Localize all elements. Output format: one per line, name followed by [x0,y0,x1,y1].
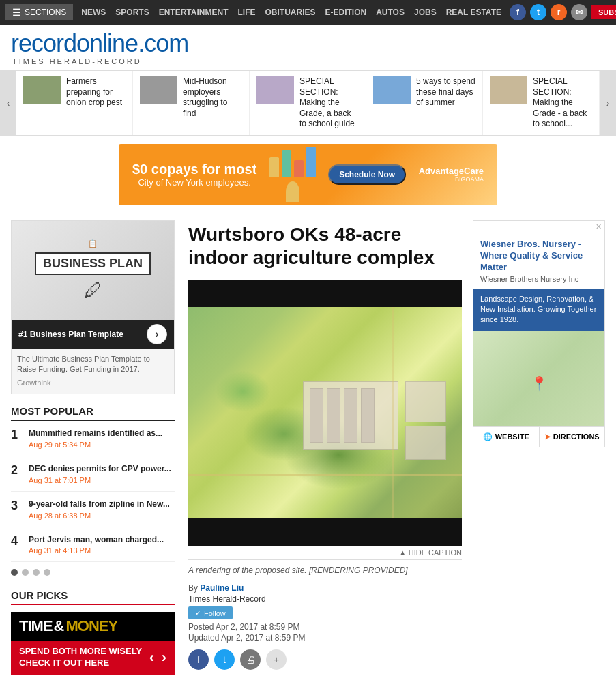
right-ad-map: 📍 [473,331,604,426]
nav-jobs[interactable]: JOBS [414,8,437,17]
popular-item-1[interactable]: 2 DEC denies permits for CPV power... Au… [11,463,175,492]
ad-cta-button[interactable]: Schedule Now [328,164,406,185]
strip-prev-arrow[interactable]: ‹ [0,71,16,135]
strip-text-2: SPECIAL SECTION: Making the Grade, a bac… [299,76,359,130]
dot-1[interactable] [11,569,18,576]
ad-text-block: $0 copays for most City of New York empl… [132,162,256,188]
strip-text-1: Mid-Hudson employers struggling to find [183,76,242,119]
popular-date-2: Aug 28 at 6:38 PM [29,512,170,520]
picks-promo-arrow-left[interactable]: ‹ [149,649,154,666]
left-sidebar: 📋 BUSINESS PLAN 🖊 #1 Business Plan Templ… [11,220,188,676]
map-pin-icon: 📍 [531,375,548,392]
ad-logo-sub: BIGOAMA [419,176,484,183]
strip-item-4[interactable]: SPECIAL SECTION: Making the Grade - a ba… [483,71,600,135]
website-button[interactable]: 🌐 WEBSITE [473,427,540,447]
site-header: recordonline.com Times Herald-Record [0,25,616,71]
nav-real-estate[interactable]: REAL ESTATE [446,8,501,17]
dot-4[interactable] [44,569,50,576]
site-logo[interactable]: recordonline.com [11,31,605,56]
image-bottom-bar [188,518,462,546]
ad-inner[interactable]: $0 copays for most City of New York empl… [119,144,497,205]
sidebar-ad-box[interactable]: 📋 BUSINESS PLAN 🖊 #1 Business Plan Templ… [11,220,175,394]
share-print-button[interactable]: 🖨 [240,649,261,670]
facebook-icon[interactable]: f [510,4,526,20]
article-title: Wurtsboro OKs 48-acre indoor agriculture… [188,220,462,269]
popular-title-3: Port Jervis man, woman charged... [29,534,164,546]
nav-news[interactable]: NEWS [81,8,106,17]
dot-2[interactable] [22,569,29,576]
popular-list: 1 Mummified remains identified as... Aug… [11,428,175,562]
directions-button[interactable]: ➤ DIRECTIONS [540,427,605,447]
nav-right: f t r ✉ SUBSCRIBE 🔍 MIDDLETOWN 56° [510,4,616,20]
ad-amount: $0 copays for most [132,162,256,177]
sections-button[interactable]: ☰ SECTIONS [5,4,73,20]
share-facebook-button[interactable]: f [188,649,209,670]
popular-content-3: Port Jervis man, woman charged... Aug 31… [29,534,164,555]
right-ad-title: Wiesner Bros. Nursery - Where Quality & … [480,239,598,274]
sidebar-ad-body: The Ultimate Business Plan Template to R… [12,349,174,394]
picks-promo-arrow-right[interactable]: › [162,649,166,666]
time-logo: TIME [19,617,53,635]
popular-num-3: 4 [11,534,23,555]
email-icon[interactable]: ✉ [571,4,587,20]
website-icon: 🌐 [483,432,493,441]
nav-e-edition[interactable]: E-EDITION [325,8,366,17]
ad-logo: AdvantageCare BIGOAMA [419,166,484,183]
popular-date-1: Aug 31 at 7:01 PM [29,476,171,484]
strip-items: Farmers preparing for onion crop pest Mi… [16,71,600,135]
hamburger-icon: ☰ [12,7,21,18]
money-logo: MONEY [65,617,117,635]
strip-text-3: 5 ways to spend these final days of summ… [416,76,475,108]
ad-close-icon[interactable]: ✕ [596,222,602,231]
by-label: By Pauline Liu [188,583,305,593]
nav-autos[interactable]: AUTOS [376,8,405,17]
popular-item-0[interactable]: 1 Mummified remains identified as... Aug… [11,428,175,456]
share-more-button[interactable]: + [266,649,287,670]
article-image-container: ▲ HIDE CAPTION A rendering of the propos… [188,280,462,575]
main-wrapper: $0 copays for most City of New York empl… [0,136,616,676]
author-name[interactable]: Pauline Liu [200,583,244,593]
strip-item-2[interactable]: SPECIAL SECTION: Making the Grade, a bac… [250,71,366,135]
biz-plan-label: BUSINESS PLAN [35,252,151,275]
popular-item-3[interactable]: 4 Port Jervis man, woman charged... Aug … [11,534,175,563]
picks-banner: TIME & MONEY [11,612,175,641]
most-popular-heading: MOST POPULAR [11,405,175,421]
picks-promo-line1: SPEND BOTH MORE WISELY [19,646,142,658]
logo-record: record [11,29,76,57]
image-caption: A rendering of the proposed site. [RENDE… [188,565,462,575]
strip-item-3[interactable]: 5 ways to spend these final days of summ… [366,71,483,135]
strip-next-arrow[interactable]: › [600,71,616,135]
nav-entertainment[interactable]: ENTERTAINMENT [159,8,229,17]
share-twitter-button[interactable]: t [214,649,235,670]
ad-close-row: ✕ [473,221,604,233]
social-share: f t 🖨 + [188,649,462,670]
road-line-vert [392,307,394,518]
popular-item-2[interactable]: 3 9-year-old falls from zipline in New..… [11,499,175,527]
popular-content-1: DEC denies permits for CPV power... Aug … [29,463,171,484]
picks-promo[interactable]: SPEND BOTH MORE WISELY CHECK IT OUT HERE… [11,641,175,675]
sidebar-ad-next-arrow[interactable]: › [147,324,167,344]
sidebar-ad-body-text: The Ultimate Business Plan Template to R… [17,354,168,375]
nav-life[interactable]: LIFE [237,8,255,17]
logo-online: online [76,29,138,57]
sidebar-ad-footer: #1 Business Plan Template › [12,320,174,349]
strip-text-4: SPECIAL SECTION: Making the Grade - a ba… [533,76,592,130]
popular-num-2: 3 [11,499,23,520]
image-top-bar [188,280,462,307]
dot-3[interactable] [33,569,40,576]
right-ad-body-text: Landscape Design, Renovation, & New Inst… [473,289,604,331]
byline-share-row: By Pauline Liu Times Herald-Record ✓ Fol… [188,583,462,643]
pagination-dots [11,569,175,576]
hide-caption-button[interactable]: ▲ HIDE CAPTION [399,548,462,557]
nav-sports[interactable]: SPORTS [115,8,149,17]
strip-item-0[interactable]: Farmers preparing for onion crop pest [16,71,133,135]
byline-section: By Pauline Liu Times Herald-Record ✓ Fol… [188,583,305,643]
subscribe-button[interactable]: SUBSCRIBE [591,5,616,19]
strip-item-1[interactable]: Mid-Hudson employers struggling to find [133,71,250,135]
twitter-icon[interactable]: t [530,4,546,20]
follow-button[interactable]: ✓ Follow [188,606,233,619]
rss-icon[interactable]: r [551,4,567,20]
popular-title-2: 9-year-old falls from zipline in New... [29,499,170,510]
site-subtitle: Times Herald-Record [12,57,605,65]
nav-obituaries[interactable]: OBITUARIES [265,8,315,17]
